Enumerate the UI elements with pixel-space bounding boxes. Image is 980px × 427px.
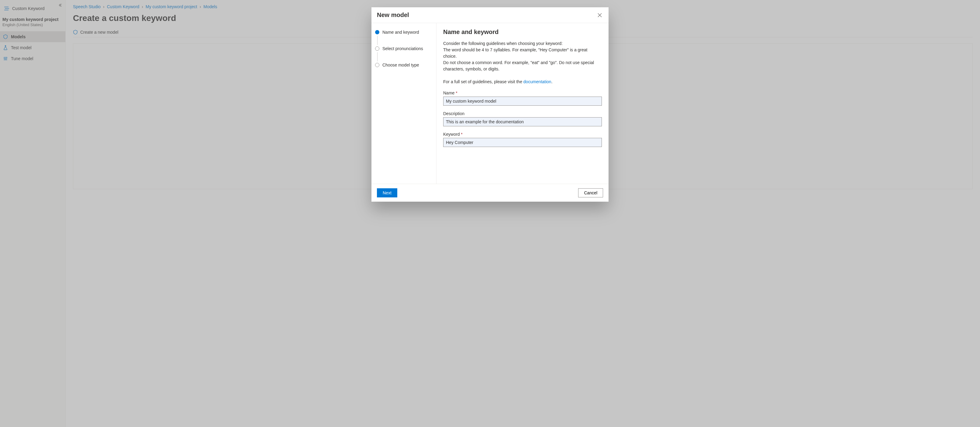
documentation-link[interactable]: documentation [523,79,551,84]
guide-line: Do not choose a common word. For example… [443,60,602,72]
guidelines-text: Consider the following guidelines when c… [443,40,602,85]
cancel-button[interactable]: Cancel [578,188,603,197]
close-icon [598,13,602,17]
name-label: Name * [443,90,602,95]
modal-overlay: New model Name and keyword Select pronun… [0,0,980,427]
required-indicator: * [461,132,462,137]
guide-line: The word should be 4 to 7 syllables. For… [443,47,602,60]
next-button[interactable]: Next [377,188,397,197]
keyword-label: Keyword * [443,132,602,137]
step-select-pronunciations[interactable]: Select pronunciations [375,45,433,52]
wizard-steps: Name and keyword Select pronunciations C… [371,23,436,184]
step-label: Choose model type [382,63,419,67]
step-choose-model-type[interactable]: Choose model type [375,61,433,69]
close-button[interactable] [597,12,603,19]
panel-heading: Name and keyword [443,29,602,35]
guide-doc-prefix: For a full set of guidelines, please vis… [443,79,523,84]
step-indicator-icon [375,46,379,51]
modal-title: New model [377,11,409,19]
description-label: Description [443,111,602,116]
wizard-panel: Name and keyword Consider the following … [436,23,609,184]
step-label: Name and keyword [382,30,419,35]
step-indicator-icon [375,63,379,67]
description-input[interactable] [443,117,602,126]
step-name-keyword[interactable]: Name and keyword [375,29,433,36]
step-indicator-active-icon [375,30,379,34]
step-label: Select pronunciations [382,46,423,51]
keyword-input[interactable] [443,138,602,147]
new-model-dialog: New model Name and keyword Select pronun… [371,7,609,202]
name-input[interactable] [443,97,602,106]
required-indicator: * [456,90,457,95]
guide-intro: Consider the following guidelines when c… [443,40,602,47]
